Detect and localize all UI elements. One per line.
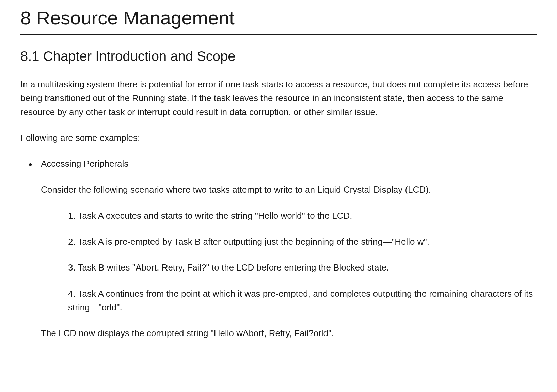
example-title: Accessing Peripherals [41,157,537,170]
step-item: 2. Task A is pre-empted by Task B after … [68,235,537,248]
intro-paragraph: In a multitasking system there is potent… [20,78,537,119]
chapter-heading: 8 Resource Management [20,7,537,35]
step-item: 1. Task A executes and starts to write t… [68,209,537,223]
example-steps: 1. Task A executes and starts to write t… [54,209,537,314]
section-heading: 8.1 Chapter Introduction and Scope [20,49,537,64]
step-item: 4. Task A continues from the point at wh… [68,287,537,314]
examples-label: Following are some examples: [20,131,537,145]
example-description: Consider the following scenario where tw… [41,183,537,196]
step-item: 3. Task B writes "Abort, Retry, Fail?" t… [68,261,537,274]
examples-list: Accessing Peripherals Consider the follo… [20,157,537,340]
example-item: Accessing Peripherals Consider the follo… [41,157,537,340]
example-result: The LCD now displays the corrupted strin… [41,326,537,340]
